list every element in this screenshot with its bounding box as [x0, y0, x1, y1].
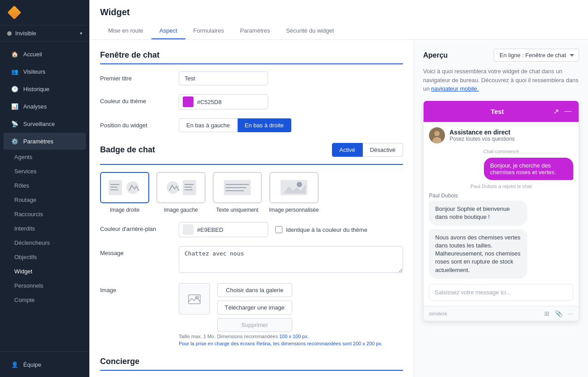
- chat-footer-icons: ⊞ 📎 ···: [544, 310, 573, 317]
- agent-name-label: Paul Dubois: [429, 193, 573, 199]
- sidebar-item-surveillance[interactable]: 📡 Surveillance: [4, 115, 86, 132]
- chat-input-area[interactable]: Saisissez votre message ici...: [429, 284, 573, 301]
- same-as-theme-label: Identique à la couleur du thème: [286, 226, 367, 233]
- svg-point-15: [297, 182, 302, 187]
- image-control: Choisir dans la galerie Télécharger une …: [179, 283, 403, 346]
- badge-option-label: Image personnalisée: [269, 207, 319, 213]
- sidebar-item-analyses[interactable]: 📊 Analyses: [4, 98, 86, 115]
- mobile-link[interactable]: navigateur mobile.: [431, 85, 479, 92]
- sidebar-sub-compte[interactable]: Compte: [4, 293, 86, 307]
- image-row: Image: [100, 283, 403, 346]
- choose-gallery-button[interactable]: Choisir dans la galerie: [217, 283, 292, 297]
- upload-image-button[interactable]: Télécharger une image: [217, 301, 292, 314]
- concierge-section: Concierge: [100, 357, 403, 371]
- agent-info: Assistance en direct Posez toutes vos qu…: [429, 127, 573, 143]
- badge-option-image-droite[interactable]: Image droite: [100, 172, 149, 213]
- preview-mode-select[interactable]: En ligne : Fenêtre de chat: [494, 49, 579, 62]
- sidebar-sub-routage[interactable]: Routage: [4, 193, 86, 207]
- tab-parametres[interactable]: Paramètres: [232, 23, 278, 39]
- sidebar-sub-interdits[interactable]: Interdits: [4, 222, 86, 235]
- sidebar-sub-declencheurs[interactable]: Déclencheurs: [4, 236, 86, 250]
- team-icon: 👤: [11, 360, 19, 369]
- badge-option-texte[interactable]: Texte uniquement: [213, 172, 262, 213]
- couleur-theme-row: Couleur du thème: [100, 94, 403, 109]
- hint-link-1[interactable]: 100 x 100 px.: [279, 334, 309, 339]
- chat-input-placeholder: Saisissez votre message ici...: [435, 289, 567, 296]
- badge-active-button[interactable]: Activé: [332, 143, 363, 157]
- sidebar-item-historique[interactable]: 🕐 Historique: [4, 80, 86, 97]
- tab-aspect[interactable]: Aspect: [151, 23, 185, 39]
- preview-panel: Aperçu En ligne : Fenêtre de chat Voici …: [414, 40, 588, 377]
- sidebar-sub-objectifs[interactable]: Objectifs: [4, 250, 86, 264]
- badge-personnalisee-preview: [276, 176, 312, 199]
- sidebar-sub-personnels[interactable]: Personnels: [4, 279, 86, 293]
- sidebar-bottom: 👤 Équipe: [0, 352, 89, 377]
- preview-description: Voici à quoi ressemblera votre widget de…: [423, 67, 579, 93]
- sidebar-sub-roles[interactable]: Rôles: [4, 179, 86, 193]
- sidebar-sub-widget[interactable]: Widget: [4, 264, 86, 278]
- message-label: Message: [100, 246, 172, 256]
- bg-color-swatch[interactable]: [183, 224, 193, 235]
- tab-securite[interactable]: Sécurité du widget: [278, 23, 342, 39]
- badge-texte-preview: [219, 176, 255, 199]
- image-placeholder: [179, 283, 210, 314]
- bg-color-label: Couleur d'arrière-plan: [100, 222, 172, 232]
- chat-icon-1[interactable]: ⊞: [544, 310, 550, 317]
- badge-inactive-button[interactable]: Désactivé: [363, 143, 403, 157]
- position-control: En bas à gauche En bas à droite: [179, 118, 403, 132]
- home-icon: 🏠: [11, 50, 19, 58]
- sidebar-item-visiteurs[interactable]: 👥 Visiteurs: [4, 63, 86, 80]
- chat-header-icons: ↗ —: [553, 107, 571, 116]
- status-label: Invisible: [15, 30, 76, 37]
- message-textarea[interactable]: Chattez avec nous: [179, 246, 403, 273]
- sidebar-item-label: Surveillance: [23, 121, 55, 127]
- badge-option-image-personnalisee[interactable]: Image personnalisée: [269, 172, 319, 213]
- badge-image-gauche-preview: [163, 176, 199, 199]
- sidebar-item-label: Historique: [23, 86, 50, 92]
- sidebar: Invisible ▾ 🏠 Accueil 👥 Visiteurs 🕐 Hist…: [0, 0, 89, 377]
- tab-mise-en-route[interactable]: Mise en route: [100, 23, 151, 39]
- sidebar-sub-services[interactable]: Services: [4, 164, 86, 178]
- position-right-button[interactable]: En bas à droite: [238, 118, 291, 132]
- badge-options: Image droite: [100, 172, 403, 213]
- hint-link-2[interactable]: 200 x 200 px.: [353, 341, 382, 346]
- chat-header: Test ↗ —: [424, 101, 579, 122]
- same-as-theme-checkbox[interactable]: [275, 226, 282, 233]
- chat-icon-3[interactable]: ···: [568, 310, 573, 317]
- sidebar-item-equipe[interactable]: 👤 Équipe: [4, 356, 86, 373]
- premier-titre-row: Premier titre: [100, 71, 403, 85]
- minimize-icon[interactable]: —: [564, 107, 571, 116]
- form-panel: Fenêtre de chat Premier titre Couleur du…: [89, 40, 414, 377]
- status-selector[interactable]: Invisible ▾: [0, 25, 89, 42]
- visitors-icon: 👥: [11, 67, 19, 75]
- badge-image-droite-preview: [107, 176, 143, 199]
- color-hex-input[interactable]: [197, 99, 233, 105]
- chat-header-title: Test: [441, 108, 553, 115]
- chat-icon-2[interactable]: 📎: [555, 310, 563, 317]
- position-left-button[interactable]: En bas à gauche: [179, 118, 238, 132]
- logo-icon: [7, 5, 21, 19]
- sidebar-sub-agents[interactable]: Agents: [4, 150, 86, 164]
- chevron-down-icon: ▾: [80, 31, 82, 36]
- tab-formulaires[interactable]: Formulaires: [185, 23, 232, 39]
- couleur-theme-control: [179, 94, 403, 109]
- badge-option-image-gauche[interactable]: Image gauche: [156, 172, 206, 213]
- badge-option-label: Image droite: [110, 207, 140, 213]
- position-label: Position du widget: [100, 118, 172, 129]
- color-swatch[interactable]: [183, 96, 193, 107]
- sidebar-item-accueil[interactable]: 🏠 Accueil: [4, 46, 86, 63]
- sidebar-item-parametres[interactable]: ⚙️ Paramètres: [4, 133, 86, 150]
- badge-option-label: Texte uniquement: [216, 207, 259, 213]
- image-label: Image: [100, 283, 172, 293]
- sidebar-nav: 🏠 Accueil 👥 Visiteurs 🕐 Historique 📊 Ana…: [0, 42, 89, 352]
- message-row: Message Chattez avec nous: [100, 246, 403, 274]
- page-header: Widget Mise en route Aspect Formulaires …: [89, 0, 588, 40]
- expand-icon[interactable]: ↗: [553, 107, 559, 116]
- bg-color-input[interactable]: [197, 226, 233, 233]
- bg-color-row: Couleur d'arrière-plan Identique à la co…: [100, 222, 403, 237]
- chat-widget-preview: Test ↗ —: [423, 101, 579, 321]
- sidebar-sub-raccourcis[interactable]: Raccourcis: [4, 207, 86, 221]
- chat-footer: zendesk ⊞ 📎 ···: [424, 306, 579, 321]
- premier-titre-input[interactable]: [179, 71, 268, 85]
- badge-toggle-group: Activé Désactivé: [332, 143, 403, 157]
